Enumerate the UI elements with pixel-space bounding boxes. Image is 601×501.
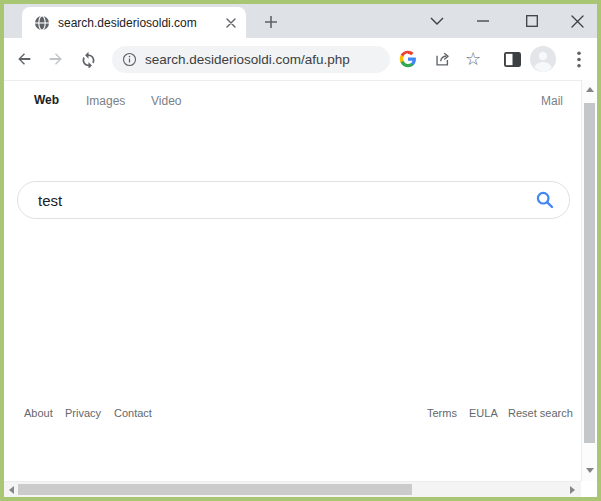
scrollbar-corner [581, 481, 597, 497]
footer-link-contact[interactable]: Contact [114, 407, 152, 419]
browser-tab[interactable]: search.desideriosoldi.com [22, 7, 246, 38]
search-input[interactable] [18, 192, 533, 209]
footer-link-about[interactable]: About [24, 407, 53, 419]
footer-link-privacy[interactable]: Privacy [65, 407, 101, 419]
site-info-icon[interactable] [122, 52, 137, 67]
globe-favicon-icon [34, 15, 50, 31]
window-close-button[interactable] [562, 7, 592, 35]
browser-toolbar: search.desideriosoldi.com/afu.php ☆ [4, 38, 597, 80]
footer-link-reset-search[interactable]: Reset search [508, 407, 573, 419]
vertical-scrollbar-thumb[interactable] [584, 103, 595, 443]
scroll-down-arrow-icon[interactable] [586, 468, 594, 473]
nav-link-images[interactable]: Images [86, 94, 125, 108]
google-logo-icon[interactable] [394, 45, 422, 73]
minimize-button[interactable] [468, 7, 498, 35]
new-tab-button[interactable] [259, 10, 283, 34]
maximize-button[interactable] [517, 7, 547, 35]
back-button[interactable] [10, 45, 38, 73]
nav-link-mail[interactable]: Mail [541, 94, 563, 108]
footer-link-eula[interactable]: EULA [469, 407, 498, 419]
nav-link-video[interactable]: Video [151, 94, 181, 108]
vertical-scrollbar[interactable] [581, 80, 597, 481]
browser-window: search.desideriosoldi.com [0, 0, 601, 501]
forward-button[interactable] [42, 45, 70, 73]
url-text[interactable]: search.desideriosoldi.com/afu.php [145, 52, 350, 67]
tab-title: search.desideriosoldi.com [58, 16, 222, 30]
scroll-left-arrow-icon[interactable] [9, 486, 14, 494]
scroll-right-arrow-icon[interactable] [570, 486, 575, 494]
horizontal-scrollbar[interactable] [4, 481, 581, 497]
tab-strip: search.desideriosoldi.com [4, 4, 597, 38]
scroll-up-arrow-icon[interactable] [586, 87, 594, 92]
side-panel-icon[interactable] [498, 45, 526, 73]
tab-close-icon[interactable] [222, 14, 240, 32]
refresh-button[interactable] [74, 45, 102, 73]
share-icon[interactable] [428, 45, 456, 73]
page-content: Web Images Video Mail About Privacy Cont… [4, 80, 581, 481]
horizontal-scrollbar-thumb[interactable] [18, 484, 412, 495]
search-box [17, 181, 570, 219]
search-magnifier-icon[interactable] [533, 188, 557, 212]
profile-avatar[interactable] [530, 46, 556, 72]
tab-search-chevron-icon[interactable] [422, 7, 452, 35]
bookmark-star-icon[interactable]: ☆ [459, 45, 487, 73]
address-bar[interactable]: search.desideriosoldi.com/afu.php [112, 46, 390, 73]
menu-dots-icon[interactable] [565, 45, 593, 73]
nav-link-web[interactable]: Web [34, 93, 59, 107]
footer-link-terms[interactable]: Terms [427, 407, 457, 419]
